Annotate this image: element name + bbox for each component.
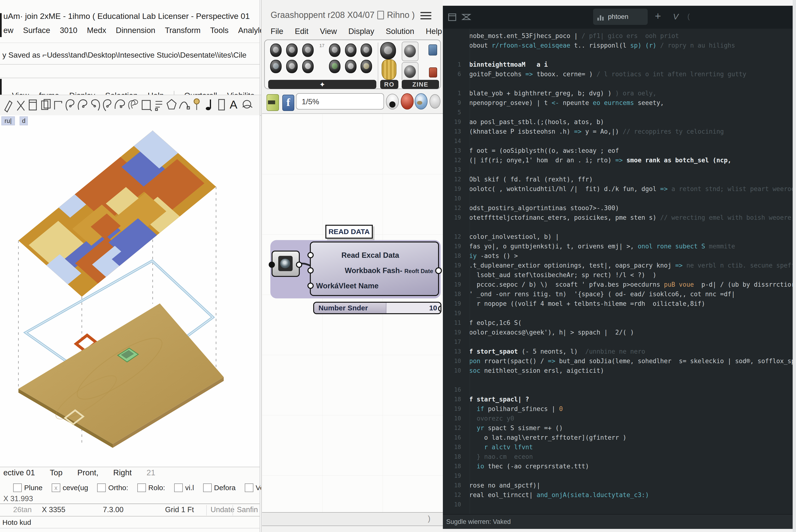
check-button[interactable]: V (673, 12, 679, 21)
grasshopper-menu-item[interactable]: File (271, 27, 283, 36)
vector-tab-icon[interactable] (329, 43, 340, 57)
corner-tool-icon[interactable] (55, 101, 62, 110)
hook-tool-icon[interactable] (114, 98, 126, 111)
checkbox-icon[interactable] (13, 483, 22, 492)
status-sanfin[interactable]: Sanfin (237, 506, 258, 514)
excel-source-component[interactable] (272, 251, 300, 277)
grasshopper-menu-item[interactable]: Display (348, 27, 374, 36)
delete-icon[interactable] (17, 101, 24, 111)
rhino-menu-item[interactable]: Tools (210, 26, 228, 35)
checkbox-icon[interactable] (137, 483, 146, 492)
viewport-tab[interactable]: 21 (146, 468, 155, 477)
scroll-chevron[interactable]: ) (428, 514, 430, 523)
viewport-tab[interactable]: Right (113, 468, 132, 477)
rhino-menu-item[interactable]: ew (3, 26, 13, 35)
number-slider[interactable]: Number Snder 10 (313, 302, 441, 314)
pick-tool-icon[interactable] (194, 99, 199, 110)
viewport-mini-tab[interactable]: ru| (1, 116, 15, 125)
earth-sphere-icon[interactable] (414, 93, 428, 110)
params-tab-icon[interactable] (270, 43, 282, 57)
wood-layer[interactable] (18, 303, 224, 448)
editor-tab[interactable]: phtoen (593, 8, 648, 25)
grasshopper-menu-item[interactable]: Edit (295, 27, 309, 36)
curve-tab-icon[interactable] (345, 43, 356, 57)
blue-plugin-icon[interactable] (428, 44, 437, 55)
read-excel-component[interactable]: Read Excal Data Workbaok Fash- Reoft Dat… (310, 242, 439, 296)
paste-page-icon[interactable] (42, 99, 50, 110)
checkbox-icon[interactable] (97, 483, 106, 492)
lasso-icon[interactable] (167, 99, 176, 109)
checkbox-icon[interactable]: x (52, 483, 60, 492)
rhino-menu-item[interactable]: 3010 (60, 26, 77, 35)
rhino-menu-item[interactable]: Transform (165, 26, 201, 35)
gold-barrel-icon[interactable] (382, 59, 396, 80)
hook-tool-icon[interactable] (77, 99, 87, 111)
rhino-menu-item[interactable]: Surface (23, 26, 50, 35)
text-tool-icon[interactable]: A (230, 98, 237, 111)
fennec-f-icon[interactable]: f (282, 95, 294, 111)
list-icon[interactable] (155, 101, 162, 111)
tab-strip[interactable]: ✦ (268, 80, 376, 89)
maths-tab-icon[interactable] (286, 43, 298, 57)
checkbox-icon[interactable] (245, 483, 253, 492)
input-dot[interactable] (308, 252, 314, 258)
output-dot[interactable] (435, 267, 442, 274)
notebook-icon[interactable] (266, 94, 279, 111)
output-dot[interactable] (296, 262, 302, 268)
osnap-checkbox[interactable]: vi.l (174, 483, 194, 492)
status-undate[interactable]: Undate (210, 506, 235, 514)
zine-pill[interactable]: ZINE (402, 80, 439, 89)
viewport-tab[interactable]: Pront, (77, 468, 98, 477)
red-sphere-icon[interactable] (401, 93, 414, 110)
output-dot[interactable] (438, 306, 441, 312)
grasshopper-menu-item[interactable]: Help (426, 27, 442, 36)
surface-tab-icon[interactable] (360, 43, 372, 57)
curve-node-icon[interactable] (180, 102, 189, 109)
viewport-mini-tab[interactable]: d (20, 116, 28, 125)
hook-tool-icon[interactable] (92, 100, 100, 111)
osnap-checkbox[interactable]: Defora (203, 483, 236, 492)
osnap-checkbox[interactable]: xceve(ug (52, 483, 88, 492)
input-dot[interactable] (308, 283, 314, 289)
copy-page-icon[interactable] (29, 100, 36, 110)
extra-tab-icon[interactable] (360, 60, 372, 73)
panel-icon[interactable] (219, 99, 224, 110)
toggle-ball-icon[interactable] (386, 94, 399, 110)
osnap-checkbox[interactable]: Ortho: (97, 483, 128, 492)
camera-link-button[interactable] (402, 62, 419, 82)
hook-tool-icon[interactable] (66, 100, 74, 111)
grasshopper-canvas[interactable]: READ DATA Read Excal Data Workbaok Fash-… (262, 113, 443, 513)
ro-pill[interactable]: RO (380, 80, 399, 89)
viewport-3d[interactable]: ru| d (0, 115, 260, 467)
hook-tool-icon[interactable] (103, 99, 112, 111)
osnap-checkbox[interactable]: Plune (13, 483, 42, 492)
gray-sphere-icon[interactable] (429, 94, 441, 109)
add-tab-button[interactable]: + (655, 10, 661, 22)
rhino-menu-item[interactable]: Analyle (238, 26, 264, 35)
mesh-tab-icon[interactable] (270, 60, 282, 73)
code-area[interactable]: nobe_most.ent_53Fjhecs_poco | / pf1| gic… (443, 29, 796, 516)
viewport-tab[interactable]: Top (50, 468, 62, 477)
zoom-input[interactable]: 1/5% (296, 93, 384, 110)
checkbox-icon[interactable] (174, 483, 183, 492)
rhino-link-button[interactable] (402, 42, 419, 61)
note-icon[interactable] (206, 99, 211, 110)
display-tab-icon[interactable] (329, 60, 340, 73)
intersect-tab-icon[interactable] (286, 60, 298, 73)
canvas-scrollbar[interactable]: ) (262, 512, 443, 526)
flag-icon[interactable] (461, 13, 471, 22)
input-dot[interactable] (308, 267, 314, 273)
viewport-tab[interactable]: ective 01 (3, 468, 35, 477)
rhino-menu-item[interactable]: Dinnension (116, 26, 155, 35)
orbit-icon[interactable] (243, 100, 252, 108)
twin-hook-icon[interactable] (128, 100, 137, 109)
kangaroo-tab-icon[interactable] (345, 60, 356, 73)
transform-tab-icon[interactable] (302, 60, 314, 73)
selection-orb-icon[interactable] (380, 42, 396, 59)
pointer-icon[interactable] (5, 101, 12, 112)
layout-icon[interactable] (447, 12, 458, 22)
hamburger-menu-icon[interactable] (420, 12, 431, 21)
input-dot[interactable] (269, 262, 275, 268)
rectangle-select-icon[interactable] (142, 100, 152, 111)
grasshopper-menu-item[interactable]: View (320, 27, 337, 36)
